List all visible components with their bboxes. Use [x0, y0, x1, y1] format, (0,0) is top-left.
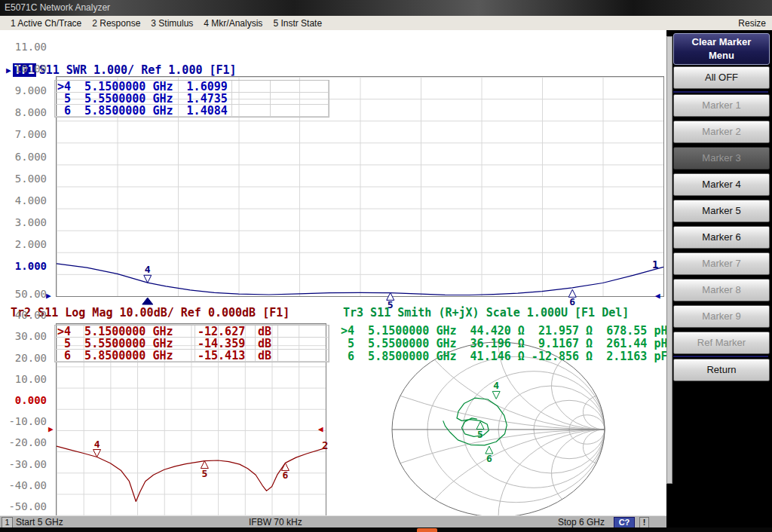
taskbar-peek-icon: [417, 528, 437, 532]
softkey-marker-9: Marker 9: [673, 305, 770, 328]
marker-readout-row: 5 5.5500000 GHz 36.196 Ω 9.1167 Ω 261.44…: [341, 338, 667, 350]
softkey-marker-5[interactable]: Marker 5: [673, 200, 770, 222]
marker-readout-cell: >4 5.1500000 GHz: [55, 326, 195, 338]
marker-readout-cell: dB: [256, 326, 278, 338]
ifbw-value[interactable]: IFBW 70 kHz: [249, 517, 302, 527]
status-bar: 1 Start 5 GHz IFBW 70 kHz Stop 6 GHz C? …: [0, 515, 666, 528]
menu-bar: 1 Active Ch/Trace 2 Response 3 Stimulus …: [0, 16, 772, 31]
softkey-marker-1: Marker 1: [673, 94, 770, 117]
softkey-all-off[interactable]: All OFF: [673, 66, 770, 89]
marker-readout-cell: [271, 93, 329, 105]
marker-readout-row: 6 5.8500000 GHz 41.146 Ω -12.856 Ω 2.116…: [341, 350, 667, 363]
stimulus-marker-icon: [142, 298, 153, 304]
axis-tick: 4.000: [2, 194, 47, 206]
marker-readout-cell: 6 5.8500000 GHz 1.4084: [55, 105, 232, 117]
tr2-ref-level-arrow-left-icon: ▶: [48, 425, 54, 433]
menu-mkr-analysis[interactable]: 4 Mkr/Analysis: [204, 18, 262, 29]
tr3-header[interactable]: Tr3 S11 Smith (R+jX) Scale 1.000U [F1 De…: [343, 306, 629, 320]
axis-tick: 10.00: [2, 373, 47, 385]
axis-tick: 3.000: [2, 216, 47, 228]
axis-tick: 10.00: [2, 63, 47, 75]
tr1-format-text: S11 SWR 1.000/ Ref 1.000 [F1]: [39, 63, 237, 77]
resize-button[interactable]: Resize: [738, 18, 766, 29]
bottom-edge-strip: [0, 527, 772, 532]
start-frequency[interactable]: Start 5 GHz: [16, 517, 63, 527]
marker-readout-cell: [232, 93, 271, 105]
tr3-marker-readout: >4 5.1500000 GHz 44.420 Ω 21.957 Ω 678.5…: [341, 325, 667, 363]
axis-tick: 6.000: [2, 151, 47, 163]
axis-tick: 30.00: [2, 330, 47, 342]
tr1-trace-number: 1: [652, 258, 658, 271]
marker-readout-cell: [278, 326, 329, 338]
softkey-sidebar: Clear Marker Menu All OFFMarker 1Marker …: [666, 30, 772, 527]
marker-glyph-icon: [492, 391, 500, 399]
tr2-ref-level-arrow-right-icon: ◀: [318, 425, 323, 433]
marker-number-label: 4: [94, 439, 100, 450]
softkey-marker-6[interactable]: Marker 6: [673, 226, 770, 249]
marker-readout-cell: 5 5.5500000 GHz 1.4735: [55, 93, 232, 105]
alert-indicator: !: [639, 517, 649, 528]
marker-readout-cell: -12.627: [195, 326, 256, 338]
softkey-menu-title-line1: Clear Marker: [674, 35, 769, 49]
softkey-marker-3[interactable]: Marker 3: [673, 147, 770, 170]
axis-tick: 1.000: [2, 260, 47, 272]
axis-tick: 11.00: [2, 41, 47, 53]
softkey-menu-title-line2: Menu: [674, 49, 769, 63]
axis-tick: -40.00: [2, 479, 47, 491]
axis-tick: 8.000: [2, 106, 47, 118]
marker-readout-cell: [232, 81, 271, 93]
marker-readout-cell: -15.413: [195, 350, 256, 362]
axis-tick: 50.00: [2, 288, 47, 300]
stop-frequency[interactable]: Stop 6 GHz: [558, 517, 605, 527]
marker-readout-cell: [271, 105, 329, 117]
marker-number-label: 6: [486, 453, 492, 464]
marker-number-label: 5: [201, 468, 207, 479]
marker-readout-cell: 5 5.5500000 GHz: [55, 338, 195, 350]
marker-number-label: 4: [145, 264, 151, 275]
title-bar: E5071C Network Analyzer: [0, 0, 772, 16]
correction-status-badge: C?: [614, 517, 635, 528]
softkey-return[interactable]: Return: [673, 359, 770, 381]
axis-tick: 5.000: [2, 173, 47, 185]
smith-frame: [392, 342, 605, 517]
softkey-marker-4[interactable]: Marker 4: [673, 173, 770, 196]
marker-readout-cell: >4 5.1500000 GHz 1.6099: [55, 81, 232, 93]
channel-number-box: 1: [2, 517, 13, 528]
softkey-marker-8: Marker 8: [673, 279, 770, 301]
tr1-ref-level-arrow-right-icon: ◀: [655, 292, 660, 300]
softkey-ref-marker: Ref Marker: [673, 332, 770, 354]
marker-number-label: 6: [283, 469, 289, 481]
axis-tick: -10.00: [2, 415, 47, 427]
marker-number-label: 4: [493, 380, 499, 391]
marker-readout-cell: [278, 350, 329, 362]
axis-tick: 40.00: [2, 309, 47, 321]
tr2-marker-readout: >4 5.1500000 GHz-12.627dB 5 5.5500000 GH…: [54, 325, 329, 362]
marker-readout-cell: dB: [256, 338, 278, 350]
axis-tick: 9.000: [2, 84, 47, 96]
softkey-scroll-strip[interactable]: [666, 36, 672, 484]
softkey-divider: [673, 356, 768, 357]
axis-tick: 0.000: [2, 394, 47, 406]
menu-instr-state[interactable]: 5 Instr State: [273, 18, 322, 29]
vna-application-window: E5071C Network Analyzer 1 Active Ch/Trac…: [0, 0, 772, 532]
menu-stimulus[interactable]: 3 Stimulus: [151, 18, 193, 29]
axis-tick: 7.000: [2, 128, 47, 140]
axis-tick: -20.00: [2, 436, 47, 448]
marker-readout-cell: dB: [256, 350, 278, 362]
axis-tick: -50.00: [2, 500, 47, 512]
axis-tick: 2.000: [2, 238, 47, 250]
tr2-trace-number: 2: [322, 439, 328, 451]
marker-number-label: 5: [477, 429, 483, 440]
marker-readout-cell: 6 5.8500000 GHz: [55, 350, 195, 362]
menu-active-ch-trace[interactable]: 1 Active Ch/Trace: [11, 18, 81, 29]
softkey-marker-2: Marker 2: [673, 121, 770, 143]
softkey-marker-7: Marker 7: [673, 252, 770, 275]
window-title: E5071C Network Analyzer: [0, 2, 110, 13]
marker-readout-cell: -14.359: [195, 338, 256, 350]
menu-response[interactable]: 2 Response: [92, 18, 140, 29]
axis-tick: 20.00: [2, 352, 47, 364]
marker-readout-cell: [232, 105, 271, 117]
channel-display-area: ▶Tr1S11 SWR 1.000/ Ref 1.000 [F1] 456 >4…: [0, 30, 666, 515]
tr2-header[interactable]: Tr2 S11 Log Mag 10.00dB/ Ref 0.000dB [F1…: [11, 306, 290, 320]
tr1-marker-readout: >4 5.1500000 GHz 1.6099 5 5.5500000 GHz …: [54, 80, 329, 118]
